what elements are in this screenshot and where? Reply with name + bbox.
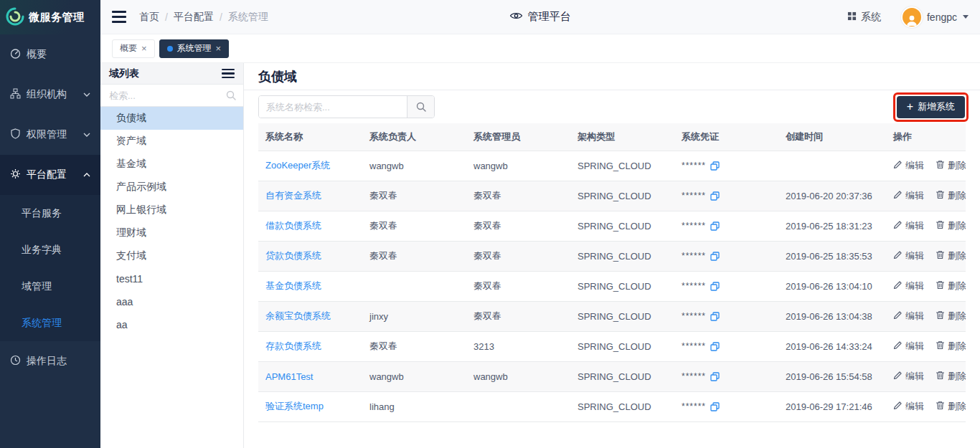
domain-search-input[interactable]: [100, 85, 243, 106]
copy-icon[interactable]: [710, 252, 720, 261]
system-switcher[interactable]: 系统: [847, 11, 881, 24]
sidebar-item-overview[interactable]: 概要: [0, 34, 100, 75]
open-tabs-bar: 概要 × 系统管理 ×: [100, 34, 980, 63]
breadcrumb-platform-config[interactable]: 平台配置: [174, 11, 214, 24]
credential-mask: ******: [682, 251, 706, 261]
arch-cell: SPRING_CLOUD: [570, 241, 674, 271]
edit-button[interactable]: 编辑: [893, 159, 924, 172]
system-search-input[interactable]: [259, 96, 407, 118]
tab-overview[interactable]: 概要 ×: [112, 39, 155, 58]
sidebar-item-business-dictionary[interactable]: 业务字典: [0, 232, 100, 268]
sidebar-item-system-management[interactable]: 系统管理: [0, 305, 100, 341]
breadcrumb-home[interactable]: 首页: [139, 11, 159, 24]
created-cell: 2019-06-26 15:54:58: [778, 361, 886, 391]
search-button[interactable]: [407, 96, 434, 118]
close-icon[interactable]: ×: [216, 44, 222, 53]
table-row: 基金负债系统 秦双春 SPRING_CLOUD ****** 2019-06-2…: [258, 271, 966, 301]
system-name-link[interactable]: 自有资金系统: [265, 190, 321, 201]
panel-menu-icon[interactable]: [222, 69, 235, 79]
add-system-button[interactable]: + 新增系统: [897, 96, 965, 118]
edit-label: 编辑: [905, 159, 924, 172]
delete-button[interactable]: 删除: [936, 340, 966, 353]
domain-list-item[interactable]: aa: [100, 313, 243, 336]
sidebar-item-permissions[interactable]: 权限管理: [0, 115, 100, 155]
delete-button[interactable]: 删除: [936, 189, 966, 202]
delete-label: 删除: [948, 219, 966, 232]
column-header: 系统管理员: [466, 123, 570, 151]
credential-mask: ******: [682, 311, 706, 321]
system-search-group: [258, 95, 435, 118]
copy-icon[interactable]: [710, 221, 720, 231]
gear-icon: [10, 168, 21, 181]
domain-list-item[interactable]: 负债域: [100, 107, 243, 130]
domain-list-item[interactable]: 支付域: [100, 244, 243, 267]
toolbar: + 新增系统: [244, 90, 980, 123]
credential-mask: ******: [682, 161, 706, 171]
copy-icon[interactable]: [710, 312, 720, 321]
delete-button[interactable]: 删除: [936, 249, 966, 262]
arch-cell: SPRING_CLOUD: [570, 181, 674, 211]
edit-button[interactable]: 编辑: [893, 280, 924, 292]
close-icon[interactable]: ×: [141, 44, 147, 53]
edit-label: 编辑: [905, 400, 924, 413]
sidebar-item-platform-services[interactable]: 平台服务: [0, 195, 100, 232]
sidebar-item-platform-config[interactable]: 平台配置: [0, 155, 100, 195]
system-name-link[interactable]: 借款负债系统: [265, 220, 321, 231]
user-menu[interactable]: fengpc: [901, 6, 969, 28]
created-cell: 2019-06-26 13:04:38: [778, 301, 886, 331]
delete-button[interactable]: 删除: [936, 280, 966, 292]
tab-system-management[interactable]: 系统管理 ×: [159, 39, 230, 58]
menu-collapse-icon[interactable]: [112, 11, 126, 23]
edit-button[interactable]: 编辑: [893, 310, 924, 323]
credential-mask: ******: [682, 191, 706, 201]
system-name-link[interactable]: 基金负债系统: [265, 280, 321, 291]
domain-list-item[interactable]: test11: [100, 267, 243, 290]
domain-list-item[interactable]: 产品示例域: [100, 176, 243, 199]
copy-icon[interactable]: [710, 402, 720, 411]
sidebar-item-domain-management[interactable]: 域管理: [0, 268, 100, 305]
domain-list-item[interactable]: 基金域: [100, 153, 243, 176]
domain-item-label: 产品示例域: [116, 181, 166, 194]
domain-list-item[interactable]: 网上银行域: [100, 199, 243, 221]
delete-button[interactable]: 删除: [936, 219, 966, 232]
edit-button[interactable]: 编辑: [893, 189, 924, 202]
sidebar-item-operation-logs[interactable]: 操作日志: [0, 341, 100, 381]
system-name-link[interactable]: APM61Test: [265, 371, 313, 382]
system-name-link[interactable]: 存款负债系统: [265, 340, 321, 351]
copy-icon[interactable]: [710, 191, 720, 201]
edit-button[interactable]: 编辑: [893, 340, 924, 353]
edit-button[interactable]: 编辑: [893, 249, 924, 262]
breadcrumb-separator: /: [220, 11, 222, 23]
system-name-link[interactable]: 验证系统temp: [265, 401, 324, 411]
system-name-link[interactable]: 贷款负债系统: [265, 250, 321, 261]
copy-icon[interactable]: [710, 161, 720, 171]
delete-label: 删除: [948, 249, 966, 262]
copy-icon[interactable]: [710, 372, 720, 381]
system-name-link[interactable]: 余额宝负债系统: [265, 310, 331, 321]
table-row: APM61Test wangwb wangwb SPRING_CLOUD ***…: [258, 361, 966, 391]
created-cell: 2019-06-25 18:35:53: [778, 241, 886, 271]
delete-button[interactable]: 删除: [936, 159, 966, 172]
domain-list-item[interactable]: aaa: [100, 290, 243, 313]
page-title: 负债域: [244, 63, 980, 90]
edit-button[interactable]: 编辑: [893, 400, 924, 413]
delete-button[interactable]: 删除: [936, 400, 966, 413]
delete-button[interactable]: 删除: [936, 310, 966, 323]
copy-icon[interactable]: [710, 342, 720, 351]
copy-icon[interactable]: [710, 282, 720, 291]
domain-panel-header: 域列表: [100, 63, 243, 85]
plus-icon: +: [907, 101, 913, 113]
credential-mask: ******: [682, 341, 706, 351]
delete-button[interactable]: 删除: [936, 370, 966, 383]
arch-cell: SPRING_CLOUD: [570, 331, 674, 361]
domain-list-item[interactable]: 理财域: [100, 221, 243, 244]
edit-button[interactable]: 编辑: [893, 219, 924, 232]
created-cell: 2019-06-25 18:31:23: [778, 211, 886, 241]
edit-label: 编辑: [905, 280, 924, 292]
sidebar-item-organization[interactable]: 组织机构: [0, 75, 100, 115]
edit-button[interactable]: 编辑: [893, 370, 924, 383]
domain-list-item[interactable]: 资产域: [100, 130, 243, 153]
table-row: 借款负债系统 秦双春 秦双春 SPRING_CLOUD ****** 2019-…: [258, 211, 966, 241]
domain-item-label: 网上银行域: [116, 204, 166, 216]
system-name-link[interactable]: ZooKeeper系统: [265, 160, 330, 171]
